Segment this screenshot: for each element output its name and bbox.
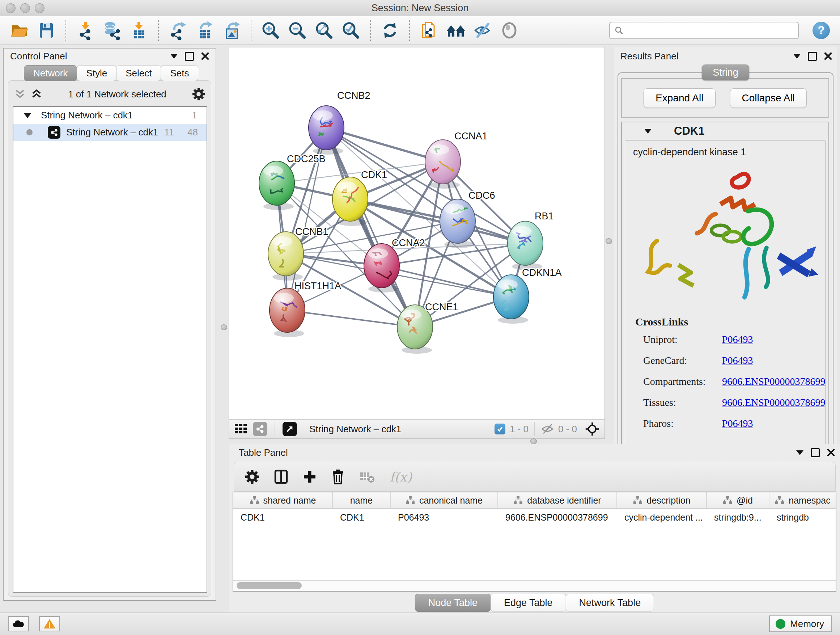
add-column-icon[interactable]	[303, 470, 317, 484]
export-image-button[interactable]	[221, 19, 242, 42]
cell-canonical-name[interactable]: P06493	[391, 512, 498, 523]
tab-style[interactable]: Style	[77, 65, 117, 81]
float-panel-icon[interactable]	[793, 54, 801, 59]
cloud-button[interactable]	[8, 616, 29, 631]
network-node-CDKN1A[interactable]: CDKN1A	[493, 267, 562, 324]
expand-all-button[interactable]: Expand All	[644, 88, 715, 108]
refresh-button[interactable]	[379, 19, 401, 42]
import-database-button[interactable]	[101, 19, 123, 42]
uniprot-link[interactable]: P06493	[722, 334, 825, 345]
network-row[interactable]: String Network – cdk1 11 48	[13, 124, 207, 141]
float-panel-icon[interactable]	[171, 54, 178, 59]
tab-network[interactable]: Network	[24, 65, 77, 81]
column-header-shared-name[interactable]: shared name	[233, 492, 333, 508]
column-type-icon	[633, 496, 643, 505]
tab-select[interactable]: Select	[116, 65, 161, 81]
network-collection-row[interactable]: String Network – cdk1 1	[13, 107, 207, 124]
scrollbar-thumb[interactable]	[237, 582, 302, 589]
network-node-CCNA1[interactable]: CCNA1	[425, 131, 488, 188]
help-button[interactable]: ?	[813, 22, 830, 39]
float-panel-icon[interactable]	[796, 450, 804, 455]
network-node-CCNE1[interactable]: CCNE1	[397, 302, 458, 354]
gear-icon[interactable]	[192, 88, 205, 101]
gray-orb-icon	[500, 21, 519, 40]
home-button[interactable]	[445, 19, 467, 42]
maximize-panel-icon[interactable]	[808, 52, 817, 61]
show-button[interactable]	[499, 19, 520, 42]
import-table-button[interactable]	[128, 19, 150, 42]
open-session-button[interactable]	[9, 19, 30, 42]
gene-entry-header[interactable]: CDK1	[622, 122, 829, 140]
export-table-button[interactable]	[194, 19, 216, 42]
column-header-database-identifier[interactable]: database identifier	[498, 492, 617, 508]
cell-name[interactable]: CDK1	[333, 512, 391, 523]
node-label: CCNB1	[295, 226, 328, 237]
network-node-HIST1H1A[interactable]: HIST1H1A	[270, 280, 341, 337]
hide-button[interactable]	[472, 19, 493, 42]
table-horizontal-scrollbar[interactable]	[233, 580, 836, 591]
close-panel-icon[interactable]	[824, 52, 832, 60]
column-header-name[interactable]: name	[333, 492, 391, 508]
column-header-namespace[interactable]: namespac	[769, 492, 836, 508]
table-row[interactable]: CDK1 CDK1 P06493 9606.ENSP00000378699 cy…	[233, 509, 836, 526]
network-canvas[interactable]: CCNB2CCNA1CDC25BCDK1CDC6RB1CCNB1CCNA2CDK…	[229, 48, 605, 420]
expand-all-icon[interactable]	[31, 89, 42, 100]
show-columns-icon[interactable]	[274, 470, 288, 484]
network-node-CCNB2[interactable]: CCNB2	[309, 90, 370, 155]
close-panel-icon[interactable]	[201, 52, 209, 60]
table-settings-gear-icon[interactable]	[245, 470, 259, 484]
delete-column-icon[interactable]	[331, 469, 345, 485]
delete-table-icon[interactable]	[359, 470, 375, 483]
zoom-in-button[interactable]	[260, 19, 281, 42]
pharos-link[interactable]: P06493	[722, 418, 825, 429]
bottom-splitter-handle[interactable]	[531, 439, 537, 444]
main-toolbar: ?	[0, 16, 840, 45]
cell-database-identifier[interactable]: 9606.ENSP00000378699	[498, 512, 617, 523]
collapse-all-icon[interactable]	[14, 89, 26, 100]
tab-network-table[interactable]: Network Table	[566, 594, 654, 612]
column-header-description[interactable]: description	[617, 492, 707, 508]
maximize-panel-icon[interactable]	[185, 52, 194, 61]
zoom-fit-button[interactable]	[313, 19, 335, 42]
close-panel-icon[interactable]	[827, 448, 835, 456]
copy-network-button[interactable]	[418, 19, 440, 42]
search-input[interactable]	[627, 25, 794, 36]
right-splitter-handle[interactable]	[606, 238, 612, 244]
tab-node-table[interactable]: Node Table	[415, 594, 491, 612]
zoom-out-button[interactable]	[286, 19, 308, 42]
collection-expand-icon[interactable]	[24, 113, 32, 118]
detach-view-icon[interactable]	[283, 422, 297, 436]
cell-description[interactable]: cyclin-dependent ...	[617, 512, 707, 523]
memory-button[interactable]: Memory	[769, 616, 832, 632]
cell-shared-name[interactable]: CDK1	[233, 512, 333, 523]
network-node-CDC25B[interactable]: CDC25B	[259, 154, 325, 210]
selected-checkbox-icon[interactable]	[494, 424, 505, 434]
compartments-link[interactable]: 9606.ENSP00000378699	[722, 376, 825, 387]
export-network-button[interactable]	[167, 19, 189, 42]
tab-string[interactable]: String	[702, 65, 749, 80]
maximize-panel-icon[interactable]	[811, 448, 820, 457]
warnings-button[interactable]	[39, 616, 60, 631]
network-share-icon[interactable]	[253, 422, 267, 436]
table-panel: Table Panel	[229, 444, 840, 613]
tissues-link[interactable]: 9606.ENSP00000378699	[722, 397, 825, 409]
cell-namespace[interactable]: stringdb	[769, 512, 836, 523]
network-edge[interactable]	[287, 310, 415, 327]
tab-sets[interactable]: Sets	[161, 65, 198, 81]
save-session-button[interactable]	[35, 19, 57, 42]
cell-id[interactable]: stringdb:9...	[707, 512, 769, 523]
import-network-button[interactable]	[74, 19, 96, 42]
function-builder-icon[interactable]: f(x)	[390, 470, 412, 485]
entry-expand-icon[interactable]	[644, 129, 652, 134]
collapse-all-button[interactable]: Collapse All	[730, 88, 807, 108]
tab-edge-table[interactable]: Edge Table	[491, 594, 566, 612]
birdseye-icon[interactable]	[585, 422, 600, 436]
column-header-id[interactable]: @id	[707, 492, 769, 508]
genecard-link[interactable]: P06493	[722, 355, 825, 366]
network-edge[interactable]	[326, 128, 415, 327]
zoom-selected-button[interactable]	[340, 19, 362, 42]
column-header-canonical-name[interactable]: canonical name	[391, 492, 498, 508]
network-node-RB1[interactable]: RB1	[508, 211, 554, 270]
grid-view-icon[interactable]	[234, 423, 247, 435]
left-splitter-handle[interactable]	[221, 325, 227, 330]
